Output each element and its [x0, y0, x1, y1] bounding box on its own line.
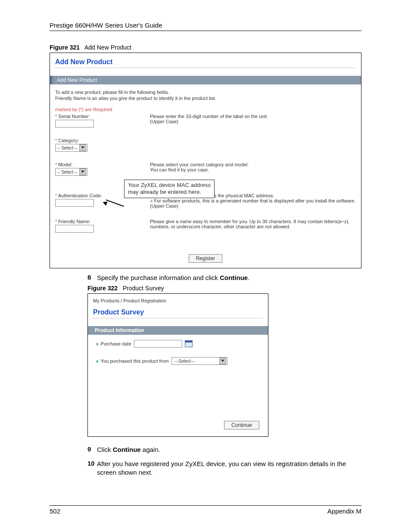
- figure-321-caption: Figure 321 Add New Product: [50, 44, 361, 51]
- divider: [93, 318, 263, 318]
- row-purchased-from: + You purchased this product from ---Sel…: [96, 357, 260, 365]
- friendly-hint-1: Please give a name easy to remember for …: [150, 219, 356, 229]
- required-star: *: [55, 193, 57, 198]
- step-9-number: 9: [87, 445, 97, 454]
- auth-hint-3: (Upper Case): [150, 203, 356, 208]
- row-friendly-name: * Friendly Name: Please give a name easy…: [55, 219, 356, 233]
- purchased-from-label: You purchased this product from: [101, 358, 169, 364]
- auth-code-label: Authentication Code:: [58, 193, 102, 198]
- figure-321-label: Figure 321: [50, 44, 80, 51]
- category-label: Category:: [58, 138, 79, 143]
- step-8-pre: Specify the purchase information and cli…: [97, 274, 220, 281]
- section-bar-product-info: Product Information: [88, 326, 268, 335]
- row-purchase-date: + Purchase date: [96, 340, 260, 348]
- figure-321-box: Add New Product Add New Product To add a…: [50, 53, 361, 268]
- plus-icon: +: [96, 358, 99, 364]
- step-10-text: After you have registered your ZyXEL dev…: [97, 460, 361, 477]
- page-number: 502: [50, 507, 60, 515]
- friendly-name-label: Friendly Name:: [58, 219, 90, 224]
- auth-hint-2: > For software products, this is a gener…: [150, 198, 356, 203]
- appendix-label: Appendix M: [327, 507, 361, 515]
- step-8-bold: Continue: [220, 274, 248, 281]
- plus-icon: +: [96, 341, 99, 347]
- divider: [55, 68, 356, 68]
- chevron-down-icon: [79, 168, 86, 175]
- step-8-number: 8: [87, 274, 97, 282]
- step-8: 8 Specify the purchase information and c…: [87, 274, 361, 282]
- figure-322-caption: Figure 322 Product Survey: [87, 285, 361, 292]
- product-survey-title: Product Survey: [88, 304, 268, 318]
- step-9-pre: Click: [97, 446, 113, 453]
- step-9-post: again.: [141, 446, 160, 453]
- chevron-down-icon: [79, 144, 86, 151]
- intro-text-1: To add a new product, please fill in the…: [55, 90, 356, 95]
- required-star: *: [55, 219, 57, 224]
- serial-hint-2: (Upper Case): [150, 119, 356, 124]
- required-note: marked by (*) are Required: [55, 107, 356, 112]
- page-footer: 502 Appendix M: [50, 505, 361, 515]
- step-8-post: .: [248, 274, 249, 281]
- row-serial-number: * Serial Number: Please enter the 10-dig…: [55, 114, 356, 128]
- serial-number-input[interactable]: [55, 120, 94, 128]
- purchase-date-label: Purchase date: [101, 341, 131, 346]
- figure-321-caption-text: Add New Product: [84, 44, 131, 51]
- row-model: * Model: -- Select -- Please select your…: [55, 162, 356, 176]
- model-select[interactable]: -- Select --: [55, 168, 87, 176]
- callout-mac-address: Your ZyXEL device MAC address may alread…: [124, 180, 215, 198]
- serial-number-label: Serial Number:: [58, 114, 90, 119]
- add-new-product-title: Add New Product: [50, 53, 361, 68]
- model-hint-2: You can find it by your case.: [150, 167, 356, 172]
- page-header: Prestige 660H/HW Series User's Guide: [50, 22, 361, 31]
- chevron-down-icon: [219, 358, 226, 364]
- figure-322-caption-text: Product Survey: [123, 285, 164, 292]
- purchase-date-input[interactable]: [134, 340, 182, 348]
- figure-322-label: Figure 322: [87, 285, 118, 292]
- required-star: *: [55, 114, 57, 119]
- step-9: 9 Click Continue again.: [87, 445, 361, 454]
- serial-hint-1: Please enter the 10-digit number of the …: [150, 114, 356, 119]
- auth-code-input[interactable]: [55, 199, 94, 207]
- required-star: *: [55, 162, 57, 167]
- model-label: Model:: [58, 162, 72, 167]
- step-10: 10 After you have registered your ZyXEL …: [87, 460, 361, 477]
- section-bar-add-new-product: Add New Product: [50, 76, 361, 84]
- model-select-value: -- Select --: [57, 170, 78, 174]
- intro-text-2: Friendly Name is an alias you give the p…: [55, 96, 356, 101]
- continue-button[interactable]: Continue: [224, 421, 259, 429]
- breadcrumb: My Products / Product Registration: [88, 294, 268, 304]
- required-star: *: [55, 138, 57, 143]
- step-9-bold: Continue: [113, 446, 141, 453]
- figure-322-box: My Products / Product Registration Produ…: [87, 293, 268, 437]
- callout-line-2: may already be entered here.: [128, 189, 201, 195]
- category-select[interactable]: -- Select --: [55, 144, 87, 152]
- category-select-value: -- Select --: [57, 146, 78, 150]
- friendly-name-input[interactable]: [55, 225, 94, 233]
- step-10-number: 10: [87, 460, 97, 477]
- model-hint-1: Please select your correct category and …: [150, 162, 356, 167]
- row-category: * Category: -- Select --: [55, 138, 356, 152]
- purchased-from-select[interactable]: ---Select---: [171, 357, 227, 365]
- calendar-icon[interactable]: [185, 340, 193, 347]
- callout-line-1: Your ZyXEL device MAC address: [128, 182, 211, 188]
- purchased-from-select-value: ---Select---: [174, 359, 195, 364]
- register-button[interactable]: Register: [189, 254, 223, 263]
